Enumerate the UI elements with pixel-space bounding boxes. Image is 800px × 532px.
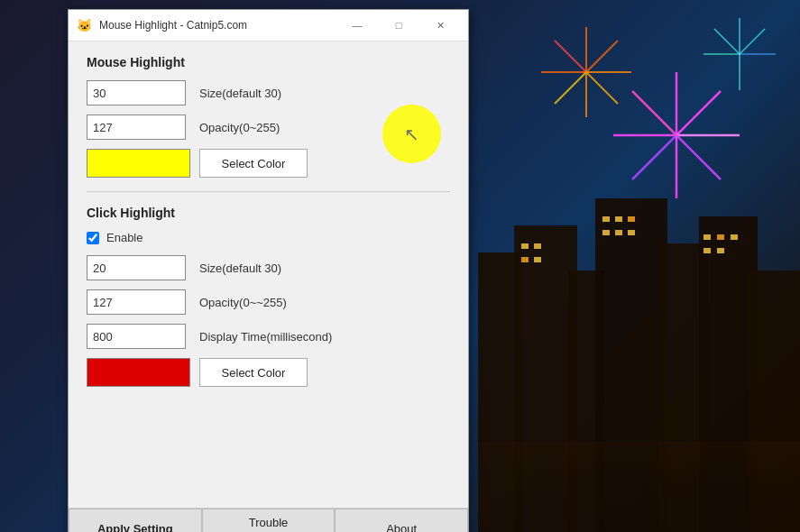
click-size-row: Size(default 30) (87, 255, 450, 280)
click-opacity-label: Opacity(0~~255) (199, 296, 287, 309)
mouse-size-input[interactable] (87, 80, 186, 105)
svg-rect-34 (615, 216, 622, 222)
svg-rect-42 (703, 248, 711, 253)
svg-line-9 (676, 91, 721, 135)
click-color-row: Select Color (87, 358, 450, 387)
svg-rect-29 (521, 243, 529, 249)
svg-rect-41 (731, 234, 738, 240)
mouse-opacity-input[interactable] (87, 115, 186, 140)
enable-label: Enable (106, 231, 143, 244)
svg-line-3 (586, 72, 618, 104)
click-select-color-button[interactable]: Select Color (199, 358, 308, 387)
svg-line-4 (555, 41, 586, 72)
click-size-input[interactable] (87, 255, 186, 280)
enable-checkbox[interactable] (87, 232, 99, 244)
bottom-bar: Apply Setting Trouble Shooting About (69, 508, 468, 532)
cursor-icon: ↖ (404, 124, 419, 145)
app-icon: 🐱 (76, 17, 92, 33)
titlebar: 🐱 Mouse Highlight - Catnip5.com — □ ✕ (69, 10, 468, 41)
svg-line-17 (740, 29, 765, 54)
svg-rect-43 (717, 248, 724, 253)
window-title: Mouse Highlight - Catnip5.com (99, 19, 336, 32)
svg-rect-44 (478, 442, 800, 532)
svg-line-19 (714, 29, 740, 54)
apply-setting-button[interactable]: Apply Setting (69, 509, 202, 532)
svg-line-1 (586, 41, 618, 72)
svg-rect-35 (628, 216, 635, 222)
mouse-highlight-preview: ↖ (382, 105, 441, 163)
click-display-time-label: Display Time(millisecond) (199, 330, 332, 344)
svg-rect-32 (534, 257, 541, 262)
svg-rect-40 (717, 234, 724, 240)
application-window: 🐱 Mouse Highlight - Catnip5.com — □ ✕ ↖ … (68, 9, 469, 532)
svg-rect-31 (521, 257, 529, 262)
svg-rect-37 (615, 230, 622, 235)
click-display-time-row: Display Time(millisecond) (87, 324, 450, 349)
trouble-shooting-button[interactable]: Trouble Shooting (202, 509, 336, 532)
mouse-highlight-title: Mouse Highlight (87, 55, 450, 69)
maximize-button[interactable]: □ (378, 10, 419, 41)
mouse-color-swatch (87, 149, 190, 178)
svg-rect-39 (703, 234, 711, 240)
mouse-size-row: Size(default 30) (87, 80, 450, 105)
svg-rect-38 (628, 230, 635, 235)
svg-rect-30 (534, 243, 541, 249)
click-opacity-row: Opacity(0~~255) (87, 289, 450, 315)
section-divider (87, 191, 450, 192)
about-button[interactable]: About (335, 509, 468, 532)
svg-line-12 (632, 91, 676, 135)
svg-line-14 (632, 135, 676, 179)
click-opacity-input[interactable] (87, 289, 186, 315)
svg-rect-33 (602, 216, 610, 222)
click-highlight-title: Click Highlight (87, 206, 450, 220)
click-color-swatch (87, 358, 190, 387)
enable-row: Enable (87, 231, 450, 244)
window-controls: — □ ✕ (336, 10, 461, 41)
mouse-opacity-label: Opacity(0~255) (199, 121, 280, 134)
svg-rect-36 (602, 230, 610, 235)
mouse-size-label: Size(default 30) (199, 87, 281, 100)
minimize-button[interactable]: — (336, 10, 378, 41)
click-display-time-input[interactable] (87, 324, 186, 349)
svg-line-11 (676, 135, 721, 179)
mouse-select-color-button[interactable]: Select Color (199, 149, 308, 178)
svg-line-6 (555, 72, 586, 104)
click-size-label: Size(default 30) (199, 261, 281, 275)
close-button[interactable]: ✕ (419, 10, 461, 41)
